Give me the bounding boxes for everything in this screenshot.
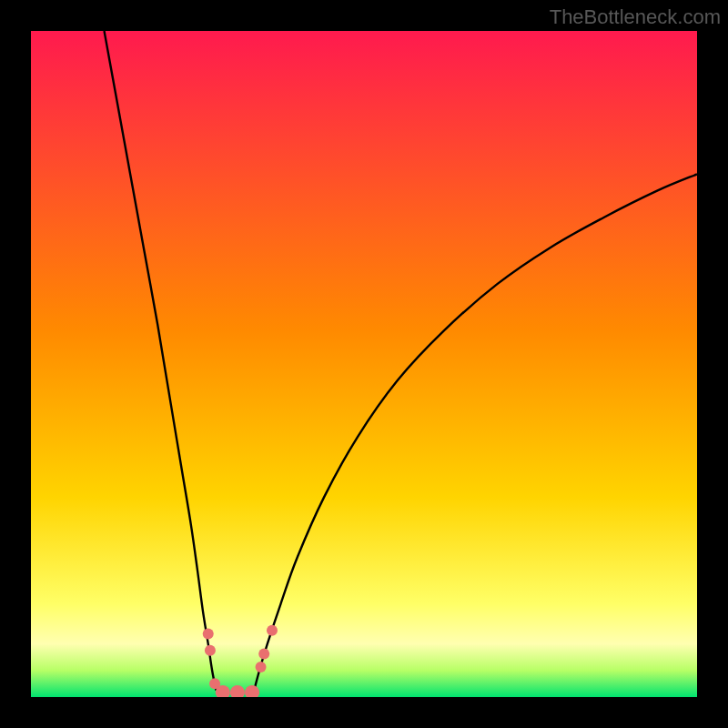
plot-area [31, 31, 697, 697]
data-point-0 [203, 628, 214, 639]
chart-container: TheBottleneck.com [0, 0, 728, 728]
watermark-text: TheBottleneck.com [550, 5, 721, 29]
gradient-background [31, 31, 697, 697]
data-point-1 [205, 645, 216, 656]
data-point-8 [267, 625, 278, 636]
chart-svg [31, 31, 697, 697]
data-point-6 [256, 662, 267, 672]
data-point-7 [258, 648, 269, 659]
